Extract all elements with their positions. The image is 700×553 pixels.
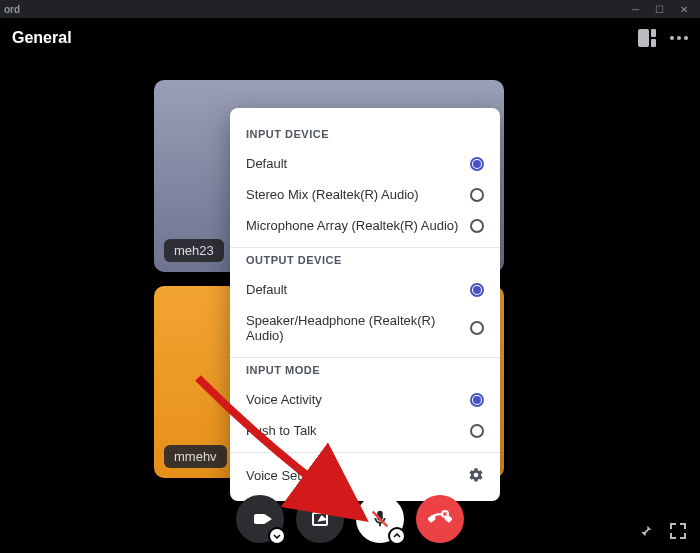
call-header: General bbox=[0, 18, 700, 58]
input-mode-header: INPUT MODE bbox=[246, 364, 484, 376]
channel-title: General bbox=[12, 29, 72, 47]
microphone-muted-icon bbox=[369, 508, 391, 530]
screen-share-button[interactable] bbox=[296, 495, 344, 543]
divider bbox=[230, 357, 500, 358]
camera-button[interactable] bbox=[236, 495, 284, 543]
option-label: Speaker/Headphone (Realtek(R) Audio) bbox=[246, 313, 470, 343]
option-label: Push to Talk bbox=[246, 423, 317, 438]
radio-icon bbox=[470, 157, 484, 171]
radio-icon bbox=[470, 283, 484, 297]
option-label: Stereo Mix (Realtek(R) Audio) bbox=[246, 187, 419, 202]
participant-name-badge: mmehv bbox=[164, 445, 227, 468]
window-maximize-button[interactable]: ☐ bbox=[655, 4, 664, 15]
input-device-option[interactable]: Stereo Mix (Realtek(R) Audio) bbox=[246, 179, 484, 210]
radio-icon bbox=[470, 321, 484, 335]
voice-settings-link[interactable]: Voice Settings bbox=[246, 459, 484, 491]
window-titlebar: ord ─ ☐ ✕ bbox=[0, 0, 700, 18]
input-device-option[interactable]: Default bbox=[246, 148, 484, 179]
option-label: Voice Activity bbox=[246, 392, 322, 407]
app-name: ord bbox=[4, 4, 20, 15]
option-label: Default bbox=[246, 282, 287, 297]
chevron-down-icon[interactable] bbox=[268, 527, 286, 545]
grid-view-icon[interactable] bbox=[638, 29, 656, 47]
input-device-option[interactable]: Microphone Array (Realtek(R) Audio) bbox=[246, 210, 484, 241]
more-icon[interactable] bbox=[670, 36, 688, 40]
radio-icon bbox=[470, 188, 484, 202]
voice-settings-label: Voice Settings bbox=[246, 468, 328, 483]
gear-icon bbox=[468, 467, 484, 483]
window-minimize-button[interactable]: ─ bbox=[632, 4, 639, 15]
radio-icon bbox=[470, 393, 484, 407]
divider bbox=[230, 452, 500, 453]
audio-settings-popup: INPUT DEVICE Default Stereo Mix (Realtek… bbox=[230, 108, 500, 501]
divider bbox=[230, 247, 500, 248]
participant-name-badge: meh23 bbox=[164, 239, 224, 262]
call-stage: meh23 mmehv INPUT DEVICE Default Stereo … bbox=[0, 58, 700, 553]
output-device-header: OUTPUT DEVICE bbox=[246, 254, 484, 266]
hang-up-button[interactable] bbox=[416, 495, 464, 543]
window-close-button[interactable]: ✕ bbox=[680, 4, 688, 15]
option-label: Default bbox=[246, 156, 287, 171]
call-controls bbox=[0, 495, 700, 543]
output-device-option[interactable]: Default bbox=[246, 274, 484, 305]
output-device-option[interactable]: Speaker/Headphone (Realtek(R) Audio) bbox=[246, 305, 484, 351]
input-device-header: INPUT DEVICE bbox=[246, 128, 484, 140]
option-label: Microphone Array (Realtek(R) Audio) bbox=[246, 218, 458, 233]
input-mode-option[interactable]: Voice Activity bbox=[246, 384, 484, 415]
chevron-up-icon[interactable] bbox=[388, 527, 406, 545]
input-mode-option[interactable]: Push to Talk bbox=[246, 415, 484, 446]
camera-icon bbox=[254, 514, 266, 524]
window-controls: ─ ☐ ✕ bbox=[632, 4, 696, 15]
mute-button[interactable] bbox=[356, 495, 404, 543]
radio-icon bbox=[470, 424, 484, 438]
screen-share-icon bbox=[312, 512, 328, 526]
hang-up-icon bbox=[428, 507, 452, 531]
radio-icon bbox=[470, 219, 484, 233]
